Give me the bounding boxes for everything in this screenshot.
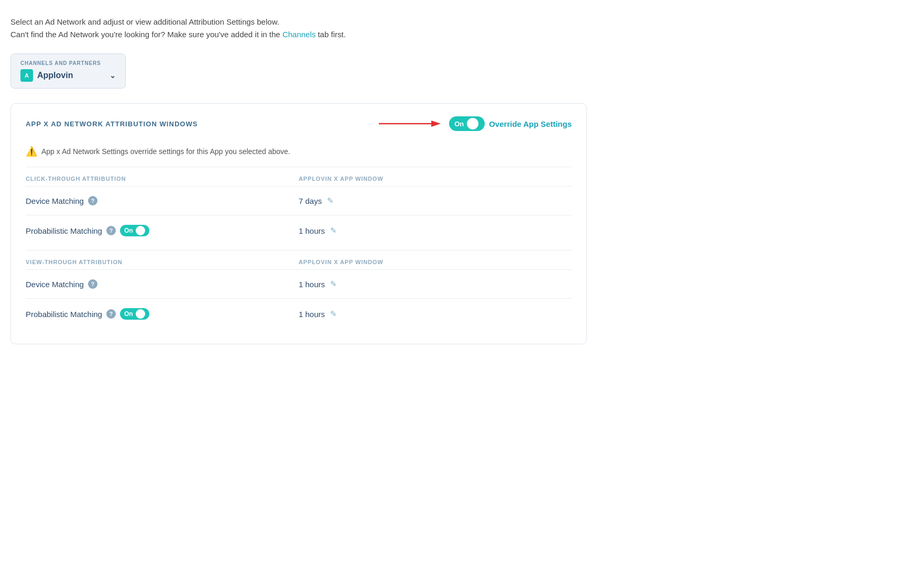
click-device-matching-label: Device Matching [26,197,84,205]
card-header: APP X AD NETWORK ATTRIBUTION WINDOWS On … [26,116,572,131]
click-through-section: CLICK-THROUGH ATTRIBUTION APPLOVIN X APP… [26,167,572,246]
view-prob-matching-cell: Probabilistic Matching ? On [26,308,299,320]
click-prob-matching-help-icon[interactable]: ? [106,226,116,235]
view-device-matching-cell: Device Matching ? [26,279,299,289]
view-device-matching-label: Device Matching [26,280,84,289]
chevron-down-icon: ⌄ [110,71,116,80]
click-prob-matching-edit-icon[interactable]: ✎ [330,226,337,235]
click-device-matching-value-cell: 7 days ✎ [299,196,572,205]
view-device-matching-edit-icon[interactable]: ✎ [330,279,337,289]
override-label: Override App Settings [489,119,572,128]
header-right: On Override App Settings [379,116,572,131]
view-prob-matching-toggle[interactable]: On [120,308,149,320]
click-prob-matching-value: 1 hours [299,226,325,235]
attribution-card: APP X AD NETWORK ATTRIBUTION WINDOWS On … [10,103,587,344]
view-through-window-label: APPLOVIN X APP WINDOW [299,259,572,265]
channel-selector-value: A Applovin ⌄ [20,69,116,82]
red-arrow-icon [379,117,442,130]
view-prob-matching-value-cell: 1 hours ✎ [299,309,572,319]
view-through-header-row: VIEW-THROUGH ATTRIBUTION APPLOVIN X APP … [26,251,572,270]
intro-text: Select an Ad Network and adjust or view … [10,16,906,41]
channel-selector[interactable]: CHANNELS AND PARTNERS A Applovin ⌄ [10,53,126,89]
view-device-matching-value: 1 hours [299,280,325,289]
toggle-circle [136,226,145,235]
click-prob-matching-label: Probabilistic Matching [26,226,102,235]
view-prob-matching-value: 1 hours [299,310,325,319]
table-row: Device Matching ? 1 hours ✎ [26,270,572,299]
view-through-label: VIEW-THROUGH ATTRIBUTION [26,259,299,265]
warning-icon: ⚠️ [26,146,37,157]
view-prob-matching-help-icon[interactable]: ? [106,309,116,319]
override-toggle-state: On [454,120,464,128]
intro-line2-prefix: Can't find the Ad Network you're looking… [10,30,282,39]
svg-marker-1 [431,121,441,127]
click-through-header-row: CLICK-THROUGH ATTRIBUTION APPLOVIN X APP… [26,167,572,187]
table-row: Probabilistic Matching ? On 1 hours ✎ [26,215,572,246]
click-device-matching-help-icon[interactable]: ? [88,196,97,205]
override-app-settings-toggle[interactable]: On [449,116,485,131]
click-device-matching-cell: Device Matching ? [26,196,299,205]
view-prob-toggle-state: On [124,310,133,318]
applovin-logo-icon: A [20,69,33,82]
click-prob-matching-toggle[interactable]: On [120,225,149,236]
view-prob-matching-edit-icon[interactable]: ✎ [330,309,337,319]
channels-link[interactable]: Channels [282,30,315,39]
intro-line1: Select an Ad Network and adjust or view … [10,17,279,26]
table-row: Device Matching ? 7 days ✎ [26,187,572,215]
click-through-window-label: APPLOVIN X APP WINDOW [299,176,572,182]
arrow-indicator [379,117,442,130]
override-toggle-wrapper: On Override App Settings [449,116,572,131]
click-prob-matching-cell: Probabilistic Matching ? On [26,225,299,236]
toggle-circle [467,118,478,129]
view-device-matching-value-cell: 1 hours ✎ [299,279,572,289]
warning-banner: ⚠️ App x Ad Network Settings override se… [26,140,572,167]
click-prob-toggle-state: On [124,227,133,234]
view-device-matching-help-icon[interactable]: ? [88,279,97,289]
table-row: Probabilistic Matching ? On 1 hours ✎ [26,299,572,329]
click-through-label: CLICK-THROUGH ATTRIBUTION [26,176,299,182]
view-prob-matching-label: Probabilistic Matching [26,310,102,319]
warning-text: App x Ad Network Settings override setti… [41,147,290,156]
toggle-circle [136,309,145,319]
view-through-section: VIEW-THROUGH ATTRIBUTION APPLOVIN X APP … [26,251,572,329]
click-device-matching-edit-icon[interactable]: ✎ [327,196,334,205]
selected-channel-name: Applovin [37,71,73,80]
card-title: APP X AD NETWORK ATTRIBUTION WINDOWS [26,120,198,128]
intro-line2-suffix: tab first. [315,30,346,39]
click-device-matching-value: 7 days [299,197,322,205]
channel-selector-label: CHANNELS AND PARTNERS [20,60,116,66]
click-prob-matching-value-cell: 1 hours ✎ [299,226,572,235]
